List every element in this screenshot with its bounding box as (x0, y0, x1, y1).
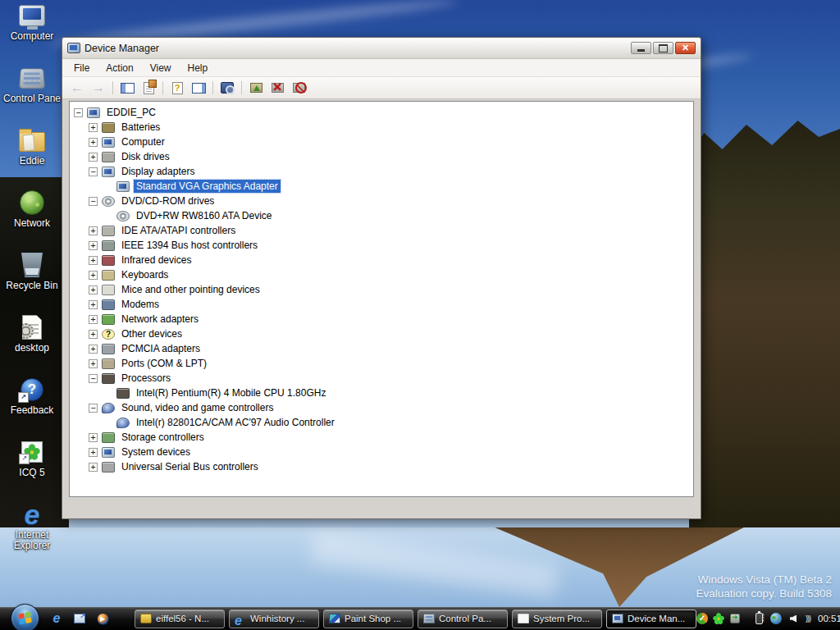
toolbar-button[interactable] (117, 79, 137, 97)
tree-expand-toggle[interactable]: + (89, 315, 98, 324)
toolbar-button[interactable] (139, 79, 158, 97)
tree-expand-toggle[interactable]: − (89, 167, 98, 176)
taskbar-window-button[interactable]: e Winhistory ... (229, 609, 319, 628)
start-button[interactable] (11, 604, 39, 630)
tree-row[interactable]: + System devices (70, 445, 693, 459)
tree-row[interactable]: + Computer (70, 135, 693, 149)
tree-node-label[interactable]: Processors (119, 372, 173, 385)
desktop-icon[interactable]: Computer (0, 2, 64, 42)
tree-node-label[interactable]: IEEE 1394 Bus host controllers (119, 239, 260, 252)
tree-node-label[interactable]: Ports (COM & LPT) (119, 357, 209, 370)
tree-node-label[interactable]: Intel(R) Pentium(R) 4 Mobile CPU 1.80GHz (134, 386, 328, 399)
toolbar-button[interactable] (189, 79, 208, 97)
tree-row[interactable]: − Display adapters (70, 164, 693, 179)
tree-node-label[interactable]: Standard VGA Graphics Adapter (134, 180, 281, 193)
tree-expand-toggle[interactable]: + (89, 359, 98, 368)
menu-item[interactable]: Action (98, 60, 141, 76)
menu-item[interactable]: View (142, 60, 180, 76)
tree-expand-toggle[interactable]: + (89, 463, 98, 472)
desktop-icon[interactable]: ? Feedback (0, 376, 64, 416)
taskbar-window-button[interactable]: Paint Shop ... (323, 609, 413, 628)
menu-item[interactable]: File (66, 60, 98, 76)
tree-row[interactable]: + Universal Serial Bus controllers (70, 459, 693, 474)
tree-row[interactable]: Intel(R) Pentium(R) 4 Mobile CPU 1.80GHz (70, 386, 693, 400)
taskbar-window-button[interactable]: System Pro... (512, 609, 602, 628)
tree-expand-toggle[interactable]: − (89, 197, 98, 206)
desktop-icon[interactable]: Control Pane (0, 64, 64, 104)
maximize-button[interactable] (653, 42, 673, 54)
toolbar-button[interactable]: ? (167, 79, 187, 97)
toolbar-button[interactable]: ← (67, 79, 87, 97)
desktop-icon[interactable]: ICQ 5 (0, 438, 64, 478)
tree-node-label[interactable]: PCMCIA adapters (119, 342, 203, 355)
tree-node-label[interactable]: DVD/CD-ROM drives (119, 194, 217, 208)
toolbar-button[interactable] (110, 79, 116, 97)
desktop-icon[interactable]: Network (0, 189, 64, 229)
tree-row[interactable]: DVD+RW RW8160 ATA Device (70, 208, 693, 223)
tree-expand-toggle[interactable]: + (89, 330, 98, 339)
tree-row[interactable]: + IEEE 1394 Bus host controllers (70, 238, 693, 253)
tree-row[interactable]: − EDDIE_PC (70, 105, 693, 120)
minimize-button[interactable] (631, 42, 651, 54)
tree-node-label[interactable]: IDE ATA/ATAPI controllers (119, 224, 238, 237)
tree-expand-toggle[interactable]: + (89, 138, 98, 147)
tree-node-label[interactable]: Infrared devices (119, 253, 194, 267)
toolbar-button[interactable] (289, 79, 308, 97)
window-titlebar[interactable]: Device Manager ✕ (62, 38, 701, 59)
desktop-icon[interactable]: e Internet Explorer (0, 500, 64, 551)
toolbar-button[interactable] (217, 79, 237, 97)
tree-node-label[interactable]: Modems (119, 298, 162, 311)
tree-row[interactable]: + Keyboards (70, 267, 693, 282)
tree-node-label[interactable]: Other devices (119, 327, 185, 340)
tree-expand-toggle[interactable]: + (89, 256, 98, 265)
tree-node-label[interactable]: Keyboards (119, 268, 171, 281)
tree-node-label[interactable]: Display adapters (119, 165, 197, 178)
tree-row[interactable]: Intel(r) 82801CA/CAM AC'97 Audio Control… (70, 415, 693, 430)
menu-item[interactable]: Help (180, 60, 217, 76)
tree-expand-toggle[interactable]: + (89, 153, 98, 162)
tree-row[interactable]: − DVD/CD-ROM drives (70, 194, 693, 208)
tree-expand-toggle[interactable]: − (89, 404, 98, 413)
taskbar-clock[interactable]: 00:51 (818, 614, 840, 623)
tree-expand-toggle[interactable]: + (89, 433, 98, 442)
toolbar-button[interactable]: → (89, 79, 108, 97)
tree-expand-toggle[interactable]: + (89, 448, 98, 457)
tree-node-label[interactable]: Network adapters (119, 313, 201, 326)
toolbar-button[interactable] (160, 79, 166, 97)
tree-row[interactable]: + Modems (70, 297, 693, 312)
tree-row[interactable]: + Batteries (70, 120, 693, 135)
tree-row[interactable]: + Infrared devices (70, 253, 693, 267)
tree-node-label[interactable]: Batteries (119, 121, 162, 134)
tree-expand-toggle[interactable]: + (89, 226, 98, 235)
tree-expand-toggle[interactable]: + (89, 123, 98, 132)
tree-row[interactable]: + IDE ATA/ATAPI controllers (70, 223, 693, 238)
tree-row[interactable]: + Network adapters (70, 312, 693, 326)
tree-row[interactable]: + Storage controllers (70, 430, 693, 445)
tree-expand-toggle[interactable]: − (74, 108, 83, 117)
tree-row[interactable]: Standard VGA Graphics Adapter (70, 179, 693, 194)
desktop-icon[interactable]: Recycle Bin (0, 251, 64, 291)
tree-row[interactable]: − Processors (70, 371, 693, 386)
tree-row[interactable]: + Disk drives (70, 149, 693, 164)
toolbar-button[interactable] (210, 79, 216, 97)
tree-expand-toggle[interactable]: − (89, 374, 98, 383)
tree-node-label[interactable]: Storage controllers (119, 431, 207, 444)
tree-node-label[interactable]: EDDIE_PC (104, 106, 158, 119)
tree-node-label[interactable]: DVD+RW RW8160 ATA Device (134, 209, 275, 222)
tree-node-label[interactable]: Universal Serial Bus controllers (119, 460, 261, 473)
quick-launch-button[interactable] (72, 611, 87, 626)
tree-row[interactable]: + Ports (COM & LPT) (70, 356, 693, 371)
tree-node-label[interactable]: System devices (119, 445, 193, 459)
tree-row[interactable]: + PCMCIA adapters (70, 341, 693, 356)
close-button[interactable]: ✕ (675, 42, 696, 54)
taskbar-window-button[interactable]: eiffel56 - N... (135, 609, 225, 628)
quick-launch-button[interactable]: e (49, 611, 64, 626)
tree-row[interactable]: − Sound, video and game controllers (70, 400, 693, 415)
tree-node-label[interactable]: Intel(r) 82801CA/CAM AC'97 Audio Control… (134, 416, 337, 429)
tree-node-label[interactable]: Mice and other pointing devices (119, 283, 262, 296)
toolbar-button[interactable] (239, 79, 244, 97)
tree-row[interactable]: + Other devices (70, 326, 693, 341)
toolbar-button[interactable] (267, 79, 287, 97)
tree-expand-toggle[interactable]: + (89, 345, 98, 354)
taskbar-window-button[interactable]: Device Man... (606, 609, 696, 628)
